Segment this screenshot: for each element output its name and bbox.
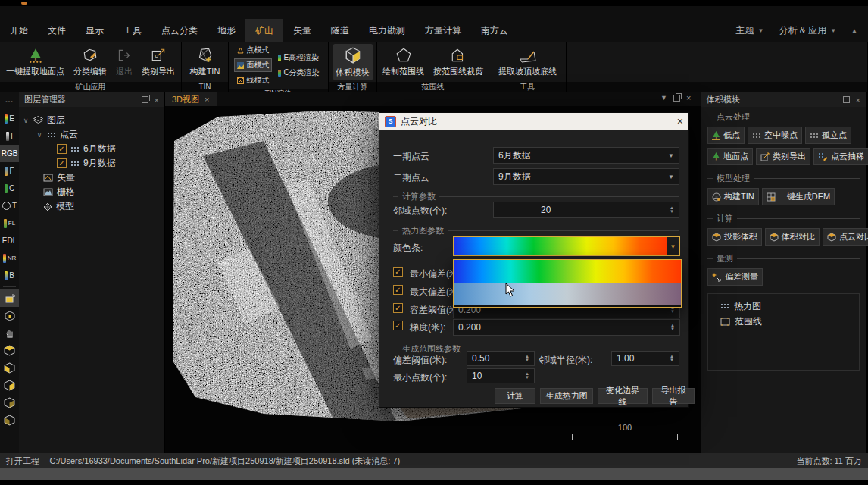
tab-3d-view[interactable]: 3D视图 ×	[165, 92, 217, 106]
float-panel-icon[interactable]	[843, 96, 850, 103]
box-select-tool[interactable]	[0, 289, 19, 307]
menu-item-south-cloud[interactable]: 南方云	[471, 19, 518, 42]
analysis-app-menu[interactable]: 分析 & 应用▼	[779, 24, 836, 37]
draw-boundary-button[interactable]: 绘制范围线	[379, 45, 427, 80]
tree-node-dataset-june[interactable]: 6月数据	[22, 142, 161, 156]
elevation-render-button[interactable]: E高程渲染	[275, 51, 322, 64]
tab-list-icon[interactable]: ▼	[660, 94, 667, 102]
feature-render-tool[interactable]: F	[0, 162, 19, 180]
classify-edit-button[interactable]: 分类编辑	[70, 45, 110, 80]
clip-box-tool[interactable]	[0, 307, 19, 324]
normal-render-tool[interactable]: NR	[0, 249, 19, 267]
checkbox-checked[interactable]	[57, 158, 67, 168]
tree-node-model[interactable]: 模型	[22, 199, 161, 214]
elevation-render-tool[interactable]: E	[0, 110, 19, 127]
tree-node-raster[interactable]: 栅格	[22, 185, 161, 199]
collapse-ribbon-icon[interactable]: ▲	[851, 27, 857, 34]
face-mode-button[interactable]: 面模式	[234, 58, 272, 72]
view-cube-right[interactable]	[0, 377, 19, 394]
projected-volume-button[interactable]: 投影体积	[707, 228, 762, 246]
class-export-button[interactable]: c 类别导出	[139, 45, 178, 80]
view-cube-front[interactable]	[0, 359, 19, 377]
close-panel-icon[interactable]: ×	[856, 95, 860, 105]
build-tin-button[interactable]: 构建TIN	[187, 45, 223, 80]
extract-slope-lines-button[interactable]: 提取坡顶坡底线	[495, 45, 560, 80]
float-view-icon[interactable]	[673, 95, 680, 102]
generate-heatmap-button[interactable]: 生成热力图	[540, 388, 593, 404]
extract-ground-points-button[interactable]: 一键提取地面点	[3, 45, 67, 80]
pan-tool[interactable]	[0, 324, 19, 342]
line-mode-button[interactable]: 线模式	[234, 74, 272, 87]
list-item-heatmap[interactable]: 热力图	[711, 299, 856, 314]
list-item-boundary[interactable]: 范围线	[711, 314, 856, 329]
calculate-button[interactable]: 计算	[495, 388, 535, 404]
rgb-render-tool[interactable]: RGB	[0, 145, 19, 162]
gradient-option-bluepurple[interactable]	[454, 283, 681, 305]
collapse-arrow-icon[interactable]: ∨	[22, 117, 30, 124]
time-render-tool[interactable]: T	[0, 197, 19, 214]
class-render-button[interactable]: C分类渲染	[275, 66, 322, 80]
gradient-option-rainbow[interactable]	[454, 260, 681, 283]
colorbar-select[interactable]: ▼	[453, 236, 680, 256]
phase1-select[interactable]: 6月数据▼	[493, 147, 679, 164]
class-export-button[interactable]: 类别导出	[756, 148, 810, 165]
spinner-arrows[interactable]: ▲▼	[525, 355, 529, 362]
build-tin-button[interactable]: 构建TIN	[707, 188, 759, 205]
min-deviation-checkbox[interactable]	[393, 267, 403, 277]
thin-pointcloud-button[interactable]: 点云抽稀	[813, 148, 868, 165]
gradient-spinner[interactable]: 0.200 ▲▼	[453, 319, 680, 336]
tree-node-vector[interactable]: 矢量	[22, 171, 161, 185]
volume-compare-button[interactable]: 体积对比	[765, 228, 820, 246]
tolerance-checkbox[interactable]	[393, 303, 403, 313]
deviation-threshold-spinner[interactable]: 0.50 ▲▼	[467, 351, 535, 366]
dialog-title-bar[interactable]: S 点云对比 ×	[379, 113, 688, 130]
flight-line-tool[interactable]: FL	[0, 214, 19, 232]
menu-item-mining[interactable]: 矿山	[245, 19, 283, 42]
view-cube-left[interactable]	[0, 411, 19, 429]
view-cube-top[interactable]	[0, 342, 19, 359]
close-view-icon[interactable]: ×	[686, 93, 691, 102]
menu-item-file[interactable]: 文件	[38, 19, 76, 42]
generate-dem-button[interactable]: 一键生成DEM	[762, 188, 835, 205]
checkbox-checked[interactable]	[57, 144, 67, 154]
menu-item-tunnel[interactable]: 隧道	[321, 19, 359, 42]
toolbar-drag-handle[interactable]: •••	[0, 92, 19, 110]
gradient-checkbox[interactable]	[393, 321, 403, 330]
point-mode-button[interactable]: 点模式	[234, 43, 272, 57]
change-boundary-button[interactable]: 变化边界线	[598, 388, 648, 404]
tree-node-layers[interactable]: ∨ 图层	[22, 113, 161, 127]
collapse-arrow-icon[interactable]: ∨	[36, 131, 43, 139]
menu-item-terrain[interactable]: 地形	[208, 19, 245, 42]
intensity-render-tool[interactable]: I	[0, 127, 19, 145]
menu-item-tools[interactable]: 工具	[114, 19, 151, 42]
float-panel-icon[interactable]	[142, 96, 148, 103]
menu-item-display[interactable]: 显示	[76, 19, 114, 42]
neighbor-radius-spinner[interactable]: 1.00 ▲▼	[611, 351, 679, 366]
menu-item-start[interactable]: 开始	[0, 19, 38, 42]
phase2-select[interactable]: 9月数据▼	[493, 168, 679, 185]
pointcloud-compare-button[interactable]: 点云对比	[823, 228, 868, 246]
air-noise-button[interactable]: 空中噪点	[748, 127, 802, 144]
menu-item-volume-calc[interactable]: 方量计算	[415, 19, 471, 42]
neighbor-count-spinner[interactable]: 20 ▲▼	[493, 202, 679, 218]
volume-module-button[interactable]: 体积模块	[333, 44, 373, 80]
isolated-points-button[interactable]: 孤立点	[805, 127, 851, 144]
min-points-spinner[interactable]: 10 ▲▼	[467, 368, 535, 383]
close-panel-icon[interactable]: ×	[155, 95, 159, 105]
tree-node-dataset-september[interactable]: 9月数据	[22, 156, 161, 171]
export-report-button[interactable]: 导出报告	[652, 388, 695, 404]
spinner-arrows[interactable]: ▲▼	[525, 372, 529, 380]
view-cube-back[interactable]	[0, 394, 19, 411]
close-tab-icon[interactable]: ×	[205, 95, 209, 104]
blend-render-tool[interactable]: B	[0, 267, 19, 284]
spinner-arrows[interactable]: ▲▼	[670, 355, 674, 362]
spinner-arrows[interactable]: ▲▼	[670, 324, 675, 331]
menu-item-vector[interactable]: 矢量	[283, 19, 321, 42]
menu-item-pointcloud-classify[interactable]: 点云分类	[151, 19, 208, 42]
tree-node-pointcloud[interactable]: ∨ 点云	[22, 127, 161, 142]
menu-item-power-survey[interactable]: 电力勘测	[359, 19, 415, 42]
ground-points-button[interactable]: 地面点	[707, 148, 753, 165]
low-points-button[interactable]: 低点	[707, 127, 745, 144]
max-deviation-checkbox[interactable]	[393, 285, 403, 295]
deviation-measure-button[interactable]: 偏差测量	[707, 268, 763, 286]
